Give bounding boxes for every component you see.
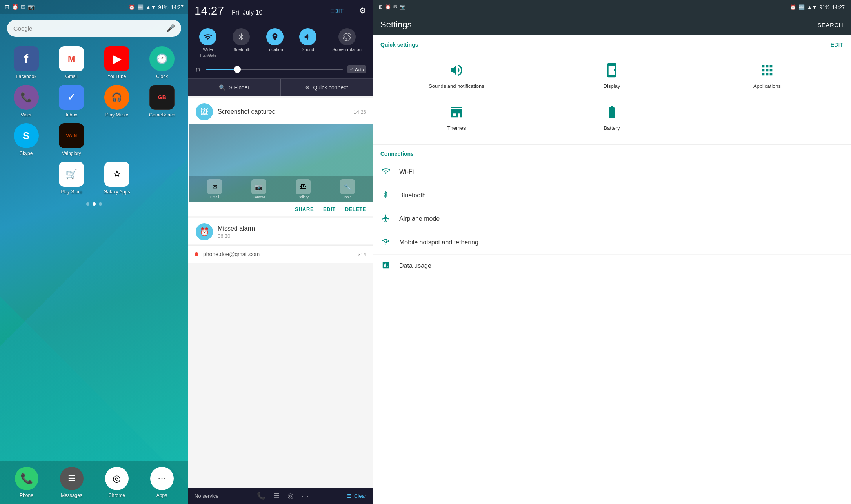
quick-settings-edit-btn[interactable]: EDIT (831, 42, 843, 48)
chrome-icon: ◎ (105, 467, 129, 490)
wifi-settings-icon (380, 167, 391, 177)
shade-date: Fri, July 10 (232, 9, 262, 16)
app-youtube[interactable]: ▶ YouTube (97, 46, 137, 79)
screenshot-notif-actions: SHARE EDIT DELETE (189, 202, 373, 216)
screenshot-icon: ⊞ (5, 4, 9, 10)
screenshot-preview-apps: ✉ Email 📷 Camera 🖼 Gallery 🔧 Tools (189, 176, 373, 202)
qs-applications[interactable]: Applications (689, 54, 845, 96)
email-address: phone.doe@gmail.com (203, 251, 353, 257)
toggle-location[interactable]: Location (266, 28, 284, 58)
dock-apps[interactable]: ⋯ Apps (150, 467, 174, 498)
shade-header: 14:27 Fri, July 10 EDIT | ⚙ (188, 0, 373, 24)
app-facebook[interactable]: f Facebook (6, 46, 46, 79)
qs-sounds[interactable]: Sounds and notifications (379, 54, 534, 96)
app-galaxyapps[interactable]: ☆ Galaxy Apps (97, 162, 137, 195)
sfinder-search-icon: 🔍 (219, 84, 225, 91)
bluetooth-settings-icon (380, 190, 391, 201)
brightness-slider[interactable] (206, 69, 343, 70)
toggle-bluetooth[interactable]: Bluetooth (232, 28, 250, 58)
app-playmusic[interactable]: 🎧 Play Music (97, 85, 137, 118)
toggle-rotation[interactable]: Screen rotation (332, 28, 362, 58)
shade-bottom-dock: 📞 ☰ ◎ ⋯ (257, 491, 309, 500)
connections-section-header: Connections (373, 145, 851, 160)
email-notification[interactable]: phone.doe@gmail.com 314 (188, 245, 373, 263)
app-vainglory[interactable]: VAIN Vainglory (52, 123, 92, 156)
phone-icon: 📞 (15, 467, 38, 490)
youtube-label: YouTube (107, 74, 126, 79)
app-skype[interactable]: S Skype (6, 123, 46, 156)
inbox-icon-img: ✓ (59, 85, 84, 110)
battery-label: Battery (604, 125, 620, 132)
preview-camera-label: Camera (253, 195, 265, 199)
sfinder-btn[interactable]: 🔍 S Finder (188, 79, 280, 96)
dock-chrome[interactable]: ◎ Chrome (105, 467, 129, 498)
dock-phone[interactable]: 📞 Phone (15, 467, 38, 498)
facebook-label: Facebook (16, 74, 36, 79)
alarm-notif-icon: ⏰ (196, 223, 213, 240)
viber-icon-img: 📞 (14, 85, 39, 110)
quickconnect-btn[interactable]: ✳ Quick connect (281, 79, 373, 96)
sfinder-quickconnect-row: 🔍 S Finder ✳ Quick connect (188, 78, 373, 96)
settings-search-btn[interactable]: SEARCH (817, 22, 843, 28)
dock: 📞 Phone ☰ Messages ◎ Chrome ⋯ Apps (0, 461, 188, 504)
mic-icon[interactable]: 🎤 (166, 24, 175, 33)
auto-check-icon: ✓ (350, 67, 353, 72)
qs-battery[interactable]: Battery (534, 96, 689, 138)
brightness-icon: ☼ (195, 65, 202, 74)
sounds-label: Sounds and notifications (429, 83, 484, 90)
facebook-icon-img: f (14, 46, 39, 71)
alarm-notification[interactable]: ⏰ Missed alarm 06:30 (188, 218, 373, 244)
quick-toggles: Wi-Fi TitanGate Bluetooth Location Sound (188, 24, 373, 62)
toggle-wifi[interactable]: Wi-Fi TitanGate (199, 28, 216, 58)
share-btn[interactable]: SHARE (295, 206, 314, 212)
screenshot-notif-time: 14:26 (353, 109, 366, 115)
settings-airplane[interactable]: Airplane mode (373, 207, 851, 231)
delete-btn[interactable]: DELETE (345, 206, 366, 212)
settings-bluetooth[interactable]: Bluetooth (373, 184, 851, 207)
app-gamebench[interactable]: GB GameBench (142, 85, 182, 118)
shade-gear-icon[interactable]: ⚙ (359, 6, 366, 15)
hotspot-settings-label: Mobile hotspot and tethering (399, 239, 843, 246)
settings-alarm-icon2: ⏰ (790, 4, 796, 10)
galaxyapps-icon-img: ☆ (104, 162, 129, 187)
toggle-sound[interactable]: Sound (299, 28, 316, 58)
edit-btn[interactable]: EDIT (323, 206, 336, 212)
search-bar[interactable]: Google 🎤 (7, 20, 181, 37)
clear-notifications-btn[interactable]: ☰ Clear (347, 493, 366, 499)
settings-data[interactable]: Data usage (373, 255, 851, 278)
bluetooth-toggle-label: Bluetooth (232, 47, 250, 52)
bluetooth-toggle-icon (233, 28, 250, 45)
playmusic-label: Play Music (105, 112, 128, 118)
preview-tools: 🔧 Tools (340, 179, 355, 199)
settings-time: 14:27 (832, 4, 845, 10)
settings-wifi[interactable]: Wi-Fi (373, 160, 851, 184)
home-screen: ⊞ ⏰ ✉ 📷 ⏰ 🔤 ▲▼ 91% 14:27 Google 🎤 f Face… (0, 0, 188, 504)
alarm-notif-sub: 06:30 (218, 233, 366, 239)
wifi-toggle-icon (199, 28, 216, 45)
dot-1[interactable] (86, 202, 89, 206)
app-viber[interactable]: 📞 Viber (6, 85, 46, 118)
settings-hotspot[interactable]: Mobile hotspot and tethering (373, 231, 851, 255)
rotation-toggle-label: Screen rotation (332, 47, 362, 52)
qs-themes[interactable]: Themes (379, 96, 534, 138)
app-clock[interactable]: 🕐 Clock (142, 46, 182, 79)
app-inbox[interactable]: ✓ Inbox (52, 85, 92, 118)
preview-email-icon: ✉ (207, 179, 222, 194)
screenshot-notification[interactable]: 🖼 Screenshot captured 14:26 ✉ Email 📷 Ca… (188, 98, 373, 216)
themes-icon (447, 102, 466, 122)
page-dots (0, 202, 188, 206)
quickconnect-icon: ✳ (305, 84, 310, 91)
qs-display[interactable]: Display (534, 54, 689, 96)
connections-title: Connections (380, 151, 414, 157)
auto-badge[interactable]: ✓ Auto (347, 65, 366, 73)
dock-messages[interactable]: ☰ Messages (60, 467, 84, 498)
dot-3[interactable] (99, 202, 102, 206)
messages-label: Messages (61, 493, 82, 498)
app-gmail[interactable]: M Gmail (52, 46, 92, 79)
auto-label: Auto (355, 67, 364, 72)
apps-label: Apps (156, 493, 167, 498)
dot-2-active[interactable] (93, 202, 96, 206)
shade-edit-btn[interactable]: EDIT (330, 7, 344, 14)
settings-panel: ⊞ ⏰ ✉ 📷 ⏰ 🔤 ▲▼ 91% 14:27 Settings SEARCH… (373, 0, 851, 504)
app-playstore[interactable]: 🛒 Play Store (52, 162, 92, 195)
